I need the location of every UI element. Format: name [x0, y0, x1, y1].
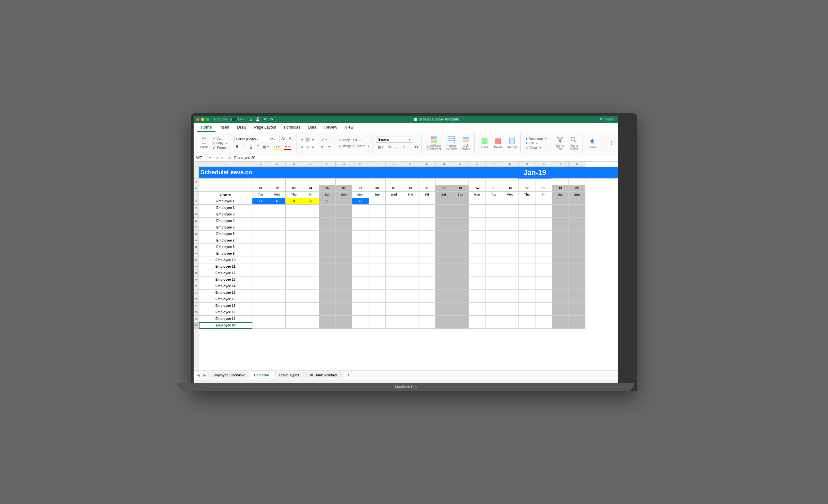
- ribbon-tab-formulas[interactable]: Formulas: [280, 123, 304, 132]
- cell[interactable]: [469, 250, 486, 257]
- cell[interactable]: [402, 296, 419, 303]
- cell[interactable]: [369, 178, 385, 185]
- cell[interactable]: [319, 231, 336, 237]
- cell[interactable]: [385, 303, 402, 309]
- cell[interactable]: [402, 224, 419, 231]
- cell[interactable]: [385, 316, 402, 322]
- employee-name[interactable]: Employee 7: [199, 237, 252, 244]
- cell[interactable]: [369, 316, 385, 322]
- cell[interactable]: [336, 205, 352, 211]
- cell[interactable]: [336, 257, 352, 263]
- cell[interactable]: [252, 178, 269, 185]
- cell[interactable]: [352, 244, 369, 250]
- date-header[interactable]: 09: [385, 185, 402, 192]
- cell[interactable]: [502, 309, 519, 316]
- cell[interactable]: [436, 316, 452, 322]
- banner[interactable]: [551, 167, 618, 178]
- cell[interactable]: [319, 322, 336, 329]
- date-header[interactable]: 03: [286, 185, 302, 192]
- cell[interactable]: [252, 270, 269, 277]
- cell[interactable]: [252, 283, 269, 290]
- cell[interactable]: [286, 218, 302, 224]
- cell[interactable]: [269, 316, 286, 322]
- cell[interactable]: [519, 231, 535, 237]
- prev-sheet-icon[interactable]: ◀: [195, 373, 201, 377]
- cell[interactable]: [352, 290, 369, 296]
- row-header[interactable]: 1: [194, 167, 199, 178]
- cell[interactable]: [385, 224, 402, 231]
- cell[interactable]: [452, 218, 469, 224]
- cell[interactable]: [535, 198, 552, 205]
- day-header[interactable]: Wed: [385, 192, 402, 198]
- cell[interactable]: [252, 250, 269, 257]
- decrease-font-icon[interactable]: A↓: [288, 136, 294, 142]
- currency-icon[interactable]: ▦▾: [376, 144, 385, 150]
- cell[interactable]: [286, 322, 302, 329]
- cell[interactable]: [519, 290, 535, 296]
- search-box[interactable]: 🔍 Search: [600, 118, 615, 121]
- cell[interactable]: [402, 277, 419, 283]
- cell[interactable]: [486, 257, 502, 263]
- cell[interactable]: [402, 303, 419, 309]
- cell[interactable]: [535, 231, 552, 237]
- cell[interactable]: [452, 250, 469, 257]
- cell[interactable]: [286, 290, 302, 296]
- cell[interactable]: [385, 211, 402, 218]
- cell[interactable]: [502, 270, 519, 277]
- cell[interactable]: [302, 296, 319, 303]
- column-header[interactable]: M: [436, 162, 452, 167]
- date-header[interactable]: 11: [419, 185, 436, 192]
- cell[interactable]: [569, 257, 585, 263]
- cell[interactable]: [569, 211, 585, 218]
- ribbon-tab-data[interactable]: Data: [304, 123, 320, 132]
- cell[interactable]: [552, 231, 569, 237]
- cell[interactable]: [352, 283, 369, 290]
- cell[interactable]: [469, 244, 486, 250]
- cell[interactable]: [402, 257, 419, 263]
- cell[interactable]: [419, 250, 436, 257]
- maximize-window-button[interactable]: [206, 118, 209, 121]
- ribbon-tab-draw[interactable]: Draw: [233, 123, 250, 132]
- cell[interactable]: [452, 257, 469, 263]
- cell[interactable]: [252, 231, 269, 237]
- cell[interactable]: [402, 198, 419, 205]
- row-header[interactable]: 19: [194, 270, 199, 277]
- banner[interactable]: [252, 167, 518, 178]
- cell[interactable]: [535, 322, 552, 329]
- underline-button[interactable]: U: [248, 144, 254, 150]
- cell[interactable]: [385, 178, 402, 185]
- share-icon[interactable]: ⇪: [607, 140, 616, 145]
- cell[interactable]: [552, 218, 569, 224]
- row-header[interactable]: 9: [194, 205, 199, 211]
- cell[interactable]: [535, 309, 552, 316]
- cell[interactable]: [252, 237, 269, 244]
- cell[interactable]: [519, 277, 535, 283]
- cell[interactable]: [535, 250, 552, 257]
- cell[interactable]: [286, 270, 302, 277]
- employee-name[interactable]: Employee 5: [199, 224, 252, 231]
- cell[interactable]: [336, 218, 352, 224]
- cell[interactable]: [552, 290, 569, 296]
- cell[interactable]: [502, 224, 519, 231]
- cell[interactable]: [502, 250, 519, 257]
- cell[interactable]: [535, 218, 552, 224]
- day-header[interactable]: Sun: [569, 192, 585, 198]
- wrap-text-button[interactable]: ↩Wrap Text▾: [337, 138, 371, 142]
- cell[interactable]: [385, 257, 402, 263]
- cell[interactable]: [336, 270, 352, 277]
- cell[interactable]: [436, 250, 452, 257]
- day-header[interactable]: Fri: [535, 192, 552, 198]
- cell[interactable]: [569, 263, 585, 270]
- column-header[interactable]: J: [385, 162, 402, 167]
- merge-centre-button[interactable]: ⊞Merge & Centre▾: [337, 144, 371, 148]
- cell[interactable]: [352, 257, 369, 263]
- cell[interactable]: [469, 290, 486, 296]
- cell[interactable]: [302, 270, 319, 277]
- cell[interactable]: [369, 309, 385, 316]
- row-header[interactable]: 10: [194, 211, 199, 218]
- autosave-toggle[interactable]: AutoSave OFF: [213, 118, 245, 121]
- cell[interactable]: [519, 211, 535, 218]
- cell[interactable]: [469, 211, 486, 218]
- cell[interactable]: [502, 257, 519, 263]
- find-select-button[interactable]: Find & Select: [567, 135, 580, 151]
